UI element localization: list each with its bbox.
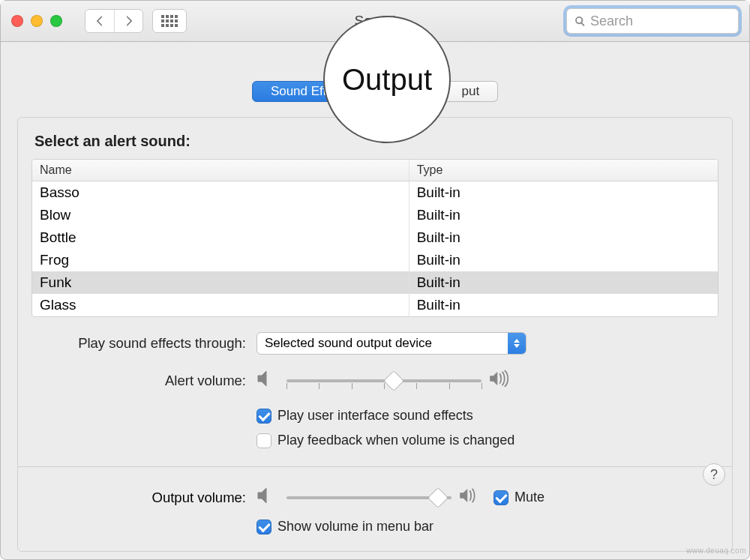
sound-name: Frog — [32, 249, 410, 271]
play-through-label: Play sound effects through: — [32, 335, 256, 352]
mute-checkbox[interactable] — [494, 490, 508, 505]
window-controls — [11, 15, 62, 27]
grid-icon — [161, 15, 178, 27]
alert-volume-label: Alert volume: — [32, 373, 256, 389]
column-type[interactable]: Type — [410, 160, 718, 181]
sound-type: Built-in — [410, 181, 718, 204]
speaker-max-icon — [489, 370, 512, 391]
sound-name: Basso — [32, 181, 410, 204]
show-menu-checkbox[interactable] — [256, 520, 272, 535]
sound-name: Bottle — [32, 226, 410, 249]
feedback-row: Play feedback when volume is changed — [32, 433, 718, 448]
search-field-wrapper[interactable] — [566, 8, 739, 34]
chevron-right-icon — [124, 16, 134, 26]
alert-sound-table[interactable]: Name Type BassoBuilt-inBlowBuilt-inBottl… — [32, 159, 718, 317]
output-device-select[interactable]: Selected sound output device — [256, 332, 526, 355]
select-arrow-icon — [508, 333, 526, 354]
table-row[interactable]: FrogBuilt-in — [32, 249, 718, 271]
sound-effects-panel: Select an alert sound: Name Type BassoBu… — [17, 117, 733, 552]
ui-sounds-label: Play user interface sound effects — [278, 408, 473, 424]
output-volume-row: Output volume: Mute — [32, 487, 718, 508]
column-name[interactable]: Name — [32, 160, 410, 181]
table-row[interactable]: GlassBuilt-in — [32, 294, 718, 316]
table-row[interactable]: BassoBuilt-in — [32, 181, 718, 204]
table-row[interactable]: BottleBuilt-in — [32, 226, 718, 249]
slider-thumb[interactable] — [428, 487, 448, 508]
zoom-window-button[interactable] — [50, 15, 62, 27]
sound-preferences-window: Sound Sound Effects Output put Select an… — [0, 0, 750, 560]
table-header: Name Type — [32, 160, 718, 181]
callout-text: Output — [342, 63, 432, 97]
alert-volume-row: Alert volume: — [32, 370, 718, 391]
sound-type: Built-in — [410, 271, 718, 294]
forward-button[interactable] — [114, 10, 142, 32]
minimize-window-button[interactable] — [31, 15, 43, 27]
watermark: www.deuaq.com — [686, 547, 746, 555]
sound-type: Built-in — [410, 249, 718, 271]
speaker-min-icon — [256, 487, 279, 508]
play-through-row: Play sound effects through: Selected sou… — [32, 332, 718, 355]
mute-label: Mute — [514, 490, 544, 505]
output-device-value: Selected sound output device — [257, 333, 508, 354]
output-volume-slider[interactable] — [286, 490, 452, 506]
tab-input[interactable]: put — [443, 81, 498, 102]
alert-volume-slider[interactable] — [286, 373, 482, 389]
show-menu-label: Show volume in menu bar — [278, 519, 434, 535]
separator — [18, 466, 732, 467]
feedback-label: Play feedback when volume is changed — [278, 433, 514, 448]
show-menu-row: Show volume in menu bar — [32, 519, 718, 535]
close-window-button[interactable] — [11, 15, 23, 27]
sound-name: Glass — [32, 294, 410, 316]
search-icon — [574, 16, 586, 27]
table-row[interactable]: FunkBuilt-in — [32, 271, 718, 294]
back-button[interactable] — [86, 10, 114, 32]
sound-type: Built-in — [410, 204, 718, 226]
show-all-button[interactable] — [152, 9, 187, 33]
feedback-checkbox[interactable] — [256, 433, 272, 448]
speaker-max-icon — [459, 487, 482, 508]
output-volume-label: Output volume: — [32, 490, 256, 506]
search-input[interactable] — [590, 13, 730, 29]
table-row[interactable]: BlowBuilt-in — [32, 204, 718, 226]
speaker-min-icon — [256, 370, 279, 391]
ui-sounds-row: Play user interface sound effects — [32, 408, 718, 424]
slider-thumb[interactable] — [383, 370, 404, 391]
sound-name: Blow — [32, 204, 410, 226]
ui-sounds-checkbox[interactable] — [256, 409, 272, 424]
sound-type: Built-in — [410, 294, 718, 316]
nav-back-forward — [85, 9, 143, 33]
chevron-left-icon — [94, 16, 105, 26]
help-button[interactable]: ? — [703, 463, 725, 486]
sound-type: Built-in — [410, 226, 718, 249]
callout-magnifier: Output — [323, 16, 451, 143]
sound-name: Funk — [32, 271, 410, 294]
